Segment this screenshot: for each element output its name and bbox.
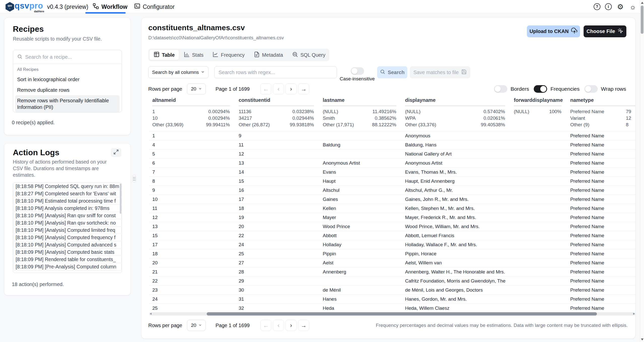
column-header[interactable]: nametype (567, 97, 635, 106)
table-cell: de Ménil (319, 286, 402, 294)
scroll-down-arrow-icon[interactable] (641, 338, 643, 340)
table-cell: Annenberg (319, 267, 402, 276)
theme-sun-icon[interactable]: ☼ (629, 2, 636, 12)
window-scrollbar-thumb[interactable] (641, 6, 643, 34)
last-page-button[interactable]: → (298, 320, 309, 331)
frequencies-toggle[interactable] (534, 85, 547, 93)
column-header[interactable]: constituentid (235, 97, 319, 106)
table-row: 411BaldungBaldung, HansPreferred Name (149, 140, 635, 149)
app-logo: qsvpro (15, 1, 43, 11)
table-cell: Abbott, Lemuel Francis (402, 231, 511, 240)
tab-stats[interactable]: Stats (180, 50, 208, 60)
tab-table[interactable]: Table (150, 50, 179, 60)
log-scrollbar-thumb[interactable] (120, 183, 121, 214)
horizontal-scrollbar[interactable] (149, 312, 635, 316)
rows-per-page-select[interactable]: 20 (187, 83, 206, 95)
window-scrollbar[interactable] (640, 0, 644, 342)
table-cell: Preferred Name (567, 131, 635, 140)
tab-sql-query[interactable]: SQL Query (288, 50, 329, 60)
table-cell (511, 249, 567, 258)
expand-logs-button[interactable] (111, 148, 121, 157)
log-list[interactable]: [8:18:58 PM] Completed SQL query run in:… (13, 182, 122, 273)
regex-search-input[interactable] (214, 66, 337, 78)
table-cell: 27 (235, 258, 319, 267)
table-cell: 15 (149, 231, 235, 240)
chevron-down-icon: ⌄ (9, 7, 11, 9)
table-cell: Abbott (319, 231, 402, 240)
settings-gear-icon[interactable]: ⚙ (617, 2, 624, 12)
table-row: 512National Gallery of ArtPreferred Name (149, 149, 635, 159)
recipe-search-input[interactable] (25, 54, 116, 60)
info-icon[interactable]: i (605, 3, 612, 10)
column-header[interactable]: altnameid (149, 97, 235, 106)
column-header[interactable]: lastname (319, 97, 402, 106)
recipe-item[interactable]: Remove rows with Personally Identifiable… (15, 95, 120, 112)
main-panel: constituents_altnames.csv D:\datasets\cc… (141, 18, 635, 339)
choose-file-label: Choose File (587, 28, 615, 34)
table-cell (511, 149, 567, 158)
table-cell: Aelst (319, 258, 402, 267)
table-cell: Preferred Name (567, 231, 635, 240)
data-table: altnameid constituentid lastname display… (149, 97, 635, 312)
action-logs-title: Action Logs (13, 148, 59, 157)
table-cell (319, 276, 402, 285)
table-cell: 11 (235, 140, 319, 149)
wrap-rows-toggle[interactable] (584, 85, 598, 93)
actions-performed-status: 18 action(s) performed. (12, 282, 64, 287)
table-cell: 12 (235, 149, 319, 158)
rows-per-page-label: Rows per page (148, 320, 182, 331)
qsv-pro-app: qsv⌄ qsvpro datHere v0.4.3 (preview) Wor… (0, 0, 644, 342)
tab-frequency[interactable]: Frequency (208, 50, 249, 60)
borders-toggle[interactable] (494, 85, 507, 93)
frequencies-toggle-label: Frequencies (550, 86, 580, 92)
chevron-down-icon (198, 323, 202, 328)
case-insensitive-toggle[interactable] (351, 67, 364, 75)
save-matches-button[interactable]: Save matches to file (410, 66, 470, 78)
table-cell: 23 (149, 286, 235, 294)
upload-to-ckan-button[interactable]: Upload to CKAN (527, 25, 580, 37)
table-cell: 22 (235, 231, 319, 240)
last-page-button[interactable]: → (298, 83, 309, 95)
recipes-title: Recipes (13, 24, 44, 34)
log-entry: [8:18:27 PM] Completed search for 'Evans… (13, 190, 122, 197)
tab-configurator[interactable]: Configurator (134, 0, 175, 14)
search-button[interactable]: Search (377, 66, 407, 78)
table-cell: 6 (149, 159, 235, 167)
toggle-knob (495, 86, 501, 92)
version-label: v0.4.3 (preview) (47, 0, 88, 14)
table-row: 2532HedaHeda, Willem ClaeszPreferred Nam… (149, 304, 635, 312)
toggle-knob (540, 86, 546, 92)
choose-file-button[interactable]: Choose File (584, 25, 626, 37)
tab-metadata[interactable]: Metadata (250, 50, 287, 60)
sidebar-resize-handle[interactable] (132, 175, 136, 182)
first-page-button[interactable]: ← (260, 320, 271, 331)
table-cell: Preferred Name (567, 204, 635, 213)
scroll-up-arrow-icon[interactable] (641, 2, 643, 4)
column-header[interactable]: displayname (402, 97, 511, 106)
table-row: 1017GainesGaines, John R., Mr. and Mrs.P… (149, 195, 635, 204)
horizontal-scrollbar-thumb[interactable] (207, 312, 597, 316)
prev-page-button[interactable]: ‹ (273, 320, 284, 331)
prev-page-button[interactable]: ‹ (273, 83, 284, 95)
table-cell (511, 267, 567, 276)
first-page-button[interactable]: ← (260, 83, 271, 95)
qsv-logo-icon: qsv⌄ (6, 2, 14, 12)
next-page-button[interactable]: › (285, 320, 297, 331)
tab-workflow[interactable]: Workflow (92, 0, 127, 14)
help-icon[interactable]: ? (594, 3, 600, 10)
scroll-right-arrow-icon[interactable] (633, 313, 635, 315)
table-row: 2027AelstAelst, Willem vanPreferred Name (149, 258, 635, 267)
borders-toggle-label: Borders (511, 86, 529, 92)
table-cell: 14 (235, 168, 319, 176)
column-header[interactable]: forwarddisplayname (511, 97, 567, 106)
scroll-left-arrow-icon[interactable] (150, 313, 152, 315)
frequency-cell: 111360.03238%342170.02944%Other (26,872)… (235, 106, 319, 131)
next-page-button[interactable]: › (285, 83, 297, 95)
recipe-item[interactable]: Remove duplicate rows (15, 85, 120, 95)
table-cell: 12 (149, 213, 235, 222)
rows-per-page-select[interactable]: 20 (187, 320, 206, 331)
table-cell: Cafritz Foundation, Morris and Gwendolyn… (402, 276, 511, 285)
recipe-item[interactable]: Sort in lexicographical order (15, 74, 120, 85)
search-scope-select[interactable]: Search by all columns (148, 66, 208, 78)
table-cell: 10 (149, 195, 235, 204)
